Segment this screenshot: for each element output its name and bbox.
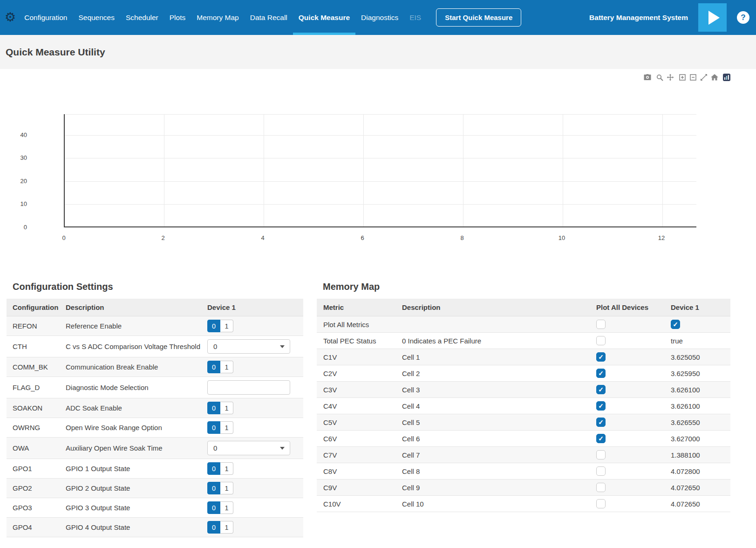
table-row: GPO2 GPIO 2 Output State 01 bbox=[7, 479, 303, 498]
toggle-option-0[interactable]: 0 bbox=[207, 521, 220, 534]
plot-all-checkbox[interactable] bbox=[596, 434, 606, 443]
table-row: COMM_BK Communication Break Enable 01 bbox=[7, 357, 303, 377]
table-row: REFON Reference Enable 01 bbox=[7, 316, 303, 336]
toggle-option-1[interactable]: 1 bbox=[220, 482, 233, 494]
nav-item-data-recall[interactable]: Data Recall bbox=[245, 0, 293, 35]
toggle-option-0[interactable]: 0 bbox=[207, 320, 220, 332]
pan-icon[interactable] bbox=[667, 74, 674, 81]
gridline bbox=[65, 114, 696, 115]
toggle-option-0[interactable]: 0 bbox=[207, 501, 220, 514]
gpo4-toggle[interactable]: 01 bbox=[207, 521, 233, 534]
plot-all-checkbox[interactable] bbox=[596, 369, 606, 378]
device1-value: 4.072650 bbox=[664, 480, 730, 496]
refon-toggle[interactable]: 01 bbox=[207, 320, 233, 332]
plot-all-checkbox[interactable] bbox=[596, 450, 606, 459]
autoscale-icon[interactable] bbox=[700, 74, 708, 81]
nav-item-plots[interactable]: Plots bbox=[164, 0, 191, 35]
owa-select[interactable]: 0 bbox=[207, 441, 290, 455]
owrng-toggle[interactable]: 01 bbox=[207, 421, 233, 434]
nav-item-sequences[interactable]: Sequences bbox=[73, 0, 120, 35]
zoom-out-icon[interactable] bbox=[689, 74, 697, 81]
nav-item-configuration[interactable]: Configuration bbox=[19, 0, 73, 35]
cth-select[interactable]: 0 bbox=[207, 339, 290, 354]
config-description: Open Wire Soak Range Option bbox=[66, 418, 207, 438]
config-name: CTH bbox=[7, 336, 66, 357]
table-row: C4V Cell 4 3.626100 bbox=[317, 398, 730, 414]
play-icon bbox=[708, 11, 720, 25]
play-button[interactable] bbox=[698, 3, 727, 32]
toggle-option-1[interactable]: 1 bbox=[220, 402, 233, 414]
config-description: Reference Enable bbox=[66, 316, 207, 336]
column-header-plot-all-devices: Plot All Devices bbox=[590, 299, 664, 316]
config-name: OWA bbox=[7, 438, 66, 459]
plot-all-checkbox[interactable] bbox=[596, 336, 606, 345]
gear-icon[interactable]: ⚙ bbox=[5, 0, 16, 35]
quick-measure-plot: 40 30 20 10 0 0 2 4 6 8 10 12 bbox=[0, 69, 756, 270]
comm-bk-toggle[interactable]: 01 bbox=[207, 361, 233, 373]
help-icon: ? bbox=[741, 13, 745, 22]
toggle-option-0[interactable]: 0 bbox=[207, 421, 220, 434]
config-name: GPO3 bbox=[7, 498, 66, 518]
gridline bbox=[65, 158, 696, 158]
gridline bbox=[563, 114, 563, 226]
gpo3-toggle[interactable]: 01 bbox=[207, 501, 233, 514]
nav-item-quick-measure[interactable]: Quick Measure bbox=[293, 0, 355, 35]
help-button[interactable]: ? bbox=[737, 11, 749, 24]
nav-item-diagnostics[interactable]: Diagnostics bbox=[355, 0, 404, 35]
start-quick-measure-button[interactable]: Start Quick Measure bbox=[436, 8, 521, 27]
gpo2-toggle[interactable]: 01 bbox=[207, 482, 233, 494]
table-row: C2V Cell 2 3.625950 bbox=[317, 365, 730, 382]
home-icon[interactable] bbox=[711, 74, 718, 81]
table-row: C10V Cell 10 4.072650 bbox=[317, 496, 730, 512]
toggle-option-0[interactable]: 0 bbox=[207, 402, 220, 414]
plot-all-checkbox[interactable] bbox=[596, 483, 606, 492]
x-tick-label: 2 bbox=[154, 234, 172, 241]
gpo1-toggle[interactable]: 01 bbox=[207, 462, 233, 475]
config-description: C vs S ADC Comparison Voltage Threshold bbox=[66, 336, 207, 357]
device1-value: 3.625950 bbox=[664, 365, 730, 382]
toggle-option-0[interactable]: 0 bbox=[207, 482, 220, 494]
plot-all-checkbox[interactable] bbox=[596, 352, 606, 362]
device1-checkbox[interactable] bbox=[671, 320, 680, 329]
metric-name: C5V bbox=[317, 414, 395, 431]
nav-item-memory-map[interactable]: Memory Map bbox=[191, 0, 244, 35]
zoom-icon[interactable] bbox=[656, 74, 663, 81]
flag-d-input[interactable] bbox=[207, 380, 290, 395]
camera-icon[interactable] bbox=[644, 74, 651, 81]
nav-item-eis[interactable]: EIS bbox=[404, 0, 427, 35]
plot-all-checkbox[interactable] bbox=[596, 401, 606, 411]
plot-all-checkbox[interactable] bbox=[596, 320, 606, 329]
toggle-option-1[interactable]: 1 bbox=[220, 521, 233, 534]
config-name: REFON bbox=[7, 316, 66, 336]
table-row: C8V Cell 8 4.072800 bbox=[317, 463, 730, 480]
gridline bbox=[363, 114, 364, 226]
toggle-option-1[interactable]: 1 bbox=[220, 501, 233, 514]
table-row: C6V Cell 6 3.627000 bbox=[317, 431, 730, 447]
toggle-option-0[interactable]: 0 bbox=[207, 462, 220, 475]
toggle-option-1[interactable]: 1 bbox=[220, 361, 233, 373]
config-description: GPIO 1 Output State bbox=[66, 459, 207, 479]
nav-item-scheduler[interactable]: Scheduler bbox=[120, 0, 164, 35]
table-row: FLAG_D Diagnostic Mode Selection bbox=[7, 377, 303, 398]
plot-all-checkbox[interactable] bbox=[596, 466, 606, 476]
metric-name: C7V bbox=[317, 447, 395, 463]
plot-all-checkbox[interactable] bbox=[596, 499, 606, 508]
page-title-bar: Quick Measure Utility bbox=[0, 35, 756, 69]
toggle-option-0[interactable]: 0 bbox=[207, 361, 220, 373]
soakon-toggle[interactable]: 01 bbox=[207, 402, 233, 414]
toggle-option-1[interactable]: 1 bbox=[220, 462, 233, 475]
y-tick-label: 40 bbox=[9, 131, 27, 138]
plot-canvas[interactable] bbox=[64, 114, 696, 227]
plot-all-checkbox[interactable] bbox=[596, 385, 606, 394]
configuration-settings-table: Configuration Description Device 1 REFON… bbox=[7, 299, 303, 537]
table-header-row: Metric Description Plot All Devices Devi… bbox=[317, 299, 730, 316]
plotly-logo-icon[interactable] bbox=[723, 74, 730, 81]
gridline bbox=[264, 114, 264, 226]
plot-all-checkbox[interactable] bbox=[596, 418, 606, 427]
metric-name: C2V bbox=[317, 365, 395, 382]
config-description: Communication Break Enable bbox=[66, 357, 207, 377]
table-row: Total PEC Status 0 Indicates a PEC Failu… bbox=[317, 333, 730, 349]
toggle-option-1[interactable]: 1 bbox=[220, 320, 233, 332]
zoom-in-icon[interactable] bbox=[679, 74, 686, 81]
toggle-option-1[interactable]: 1 bbox=[220, 421, 233, 434]
